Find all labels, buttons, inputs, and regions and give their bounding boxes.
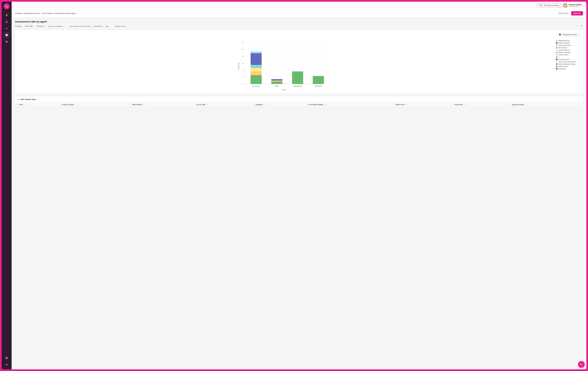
col-resize-icon: ⠿ [452, 104, 454, 106]
tabular-toggle-arrow: ▼ [18, 98, 20, 100]
col-resize-icon: ⠿ [253, 104, 254, 106]
grouped-by-label: Grouped by: [94, 25, 103, 27]
filter-row: Showing: Total Calls ▾ Filtered by: Type… [15, 25, 583, 28]
col-resize-icon: ⠿ [17, 104, 18, 106]
legend-item-torben: Torben Alexander Felder [556, 63, 581, 65]
export-csv-button[interactable]: Export CSV [557, 11, 569, 15]
svg-text:20: 20 [242, 76, 244, 78]
online-dot [566, 6, 567, 8]
svg-text:abandoned: abandoned [293, 85, 302, 87]
filter-icon-button[interactable] [580, 25, 583, 28]
legend-color-pauline [556, 42, 557, 44]
sidebar-item-contacts[interactable] [4, 19, 10, 25]
legend-item-jakob: Jakob Olsson [556, 66, 581, 67]
sidebar-item-list[interactable] [4, 25, 10, 31]
remove-group-type-icon[interactable]: ✕ [110, 25, 111, 27]
bar-no-answer-torben [251, 75, 262, 84]
col-customer-number[interactable]: ⠿ CUSTOMER NUMBE... ⇅ [304, 102, 392, 107]
legend-item-jocelyne: Jocelyne Groot [556, 59, 581, 60]
bar-abandoned-torben [292, 72, 303, 84]
fab-call-button[interactable] [578, 361, 585, 368]
bar-abandoned-eleni [292, 71, 303, 72]
chart-legend: Natnael Danssa Pauline Heurthe Rick van … [556, 38, 581, 70]
sidebar-item-lightning[interactable]: ⚡ [4, 12, 10, 18]
bar-busy-others [271, 79, 283, 80]
avatar: H [563, 3, 567, 8]
sort-icon: ⇅ [143, 104, 144, 106]
legend-item-natnael: Natnael Danssa [556, 40, 581, 41]
save-as-button[interactable]: Save As [571, 11, 583, 15]
bar-no-answer-natnael [251, 51, 262, 53]
sidebar-item-help[interactable] [4, 355, 10, 361]
filter-pill-time: Time period in the last 30 Days [68, 25, 93, 28]
bar-no-answer-rick [251, 65, 262, 66]
tabular-section: ▼ Hide Tabular Data ⠿ TYPE ▲ [15, 96, 583, 107]
bar-busy-torben [271, 82, 283, 84]
sidebar-logo[interactable] [4, 3, 10, 10]
legend-color-rick [556, 44, 557, 46]
legend-color-joshua [556, 49, 557, 51]
sort-icon: ⇅ [326, 104, 327, 106]
bar-no-answer-pauline [251, 53, 262, 65]
legend-color-dash [556, 56, 557, 58]
sidebar-item-grid[interactable] [4, 361, 10, 368]
legend-color-nasser [556, 51, 557, 53]
remove-group-agents-icon[interactable]: ✕ [127, 25, 128, 27]
svg-text:0: 0 [243, 83, 244, 85]
col-resize-icon: ⠿ [393, 104, 395, 106]
col-resize-icon: ⠿ [306, 104, 307, 106]
svg-text:no-answer: no-answer [252, 85, 260, 87]
svg-text:100: 100 [242, 49, 244, 50]
bar-voicemail-torben [313, 76, 324, 84]
col-number[interactable]: ⠿ NUMBER ⇅ [252, 102, 304, 107]
svg-text:80: 80 [242, 56, 244, 57]
chart-type-select[interactable]: Stacked Bar Chart ▾ [557, 32, 581, 37]
tabular-toggle[interactable]: ▼ Hide Tabular Data [15, 96, 583, 102]
top-bar: Trial - 1819 days remaining H Haritha Sr… [12, 2, 586, 9]
chevron-down-icon: ▾ [583, 4, 584, 6]
sort-icon: ▲ [24, 104, 25, 106]
table-wrap: ⠿ TYPE ▲ ⠿ AGENTS NAME ⇅ [15, 102, 583, 107]
breadcrumb-actions: Export CSV Save As [557, 11, 583, 15]
user-name: Haritha Sridhar [569, 4, 582, 6]
col-resize-icon: ⠿ [130, 104, 131, 106]
remove-filter-type-icon[interactable]: ✕ [64, 25, 65, 27]
legend-color-torben [556, 63, 557, 65]
sort-icon: ⇅ [405, 104, 407, 106]
main-content: Trial - 1819 days remaining H Haritha Sr… [12, 2, 586, 369]
col-hold-time[interactable]: ⠿ HOLD TIME ⇅ [193, 102, 252, 107]
user-info[interactable]: H Haritha Sridhar ON BROWSER ▾ [563, 3, 584, 8]
chart-area: Total Calls 120 100 80 60 [17, 38, 581, 91]
legend-item-joshua: Joshua Thanner [556, 49, 581, 51]
chart-type-chevron-icon: ▾ [578, 34, 579, 36]
chart-header: Stacked Bar Chart ▾ [17, 32, 581, 37]
showing-dropdown[interactable]: Total Calls ▾ [23, 25, 35, 28]
col-type[interactable]: ⠿ TYPE ▲ [15, 102, 58, 107]
col-direction[interactable]: ⠿ DIRECTION ⇅ [392, 102, 451, 107]
bar-no-answer-joshua [251, 68, 262, 71]
table-header-row: ⠿ TYPE ▲ ⠿ AGENTS NAME ⇅ [15, 102, 583, 107]
col-time-period[interactable]: ⠿ TIME PERIOD ⇅ [128, 102, 193, 107]
sort-icon: ⇅ [464, 104, 465, 106]
bar-no-answer-jakob [251, 75, 262, 75]
bar-busy-taisiya [271, 80, 283, 82]
col-queues-name[interactable]: ⠿ QUEUES NAME... ⇅ [508, 102, 583, 107]
page-title: Unanswered calls by agent [15, 20, 583, 23]
user-status: ON BROWSER [569, 6, 582, 7]
chart-svg-wrap: Total Calls 120 100 80 60 [17, 38, 553, 91]
trial-badge: Trial - 1819 days remaining [537, 3, 561, 7]
col-duration[interactable]: ⠿ DURATION ⇅ [451, 102, 508, 107]
sidebar-item-settings[interactable] [4, 39, 10, 45]
sidebar-item-analytics[interactable] [4, 32, 10, 38]
svg-text:Type: Type [282, 89, 285, 90]
col-agents-name[interactable]: ⠿ AGENTS NAME ⇅ [58, 102, 128, 107]
legend-item-nasser: Nasser Yndestad [556, 51, 581, 53]
col-resize-icon: ⠿ [60, 104, 61, 106]
legend-item-jose: Jose Carlos Lopez Beiro [556, 61, 581, 63]
legend-item-pauline: Pauline Heurthe [556, 42, 581, 44]
legend-color-natnael [556, 40, 557, 41]
legend-color-taisiya [556, 54, 557, 56]
bar-no-answer-taisiya [251, 71, 262, 75]
col-resize-icon: ⠿ [194, 104, 196, 106]
tabular-toggle-label: Hide Tabular Data [21, 98, 36, 100]
